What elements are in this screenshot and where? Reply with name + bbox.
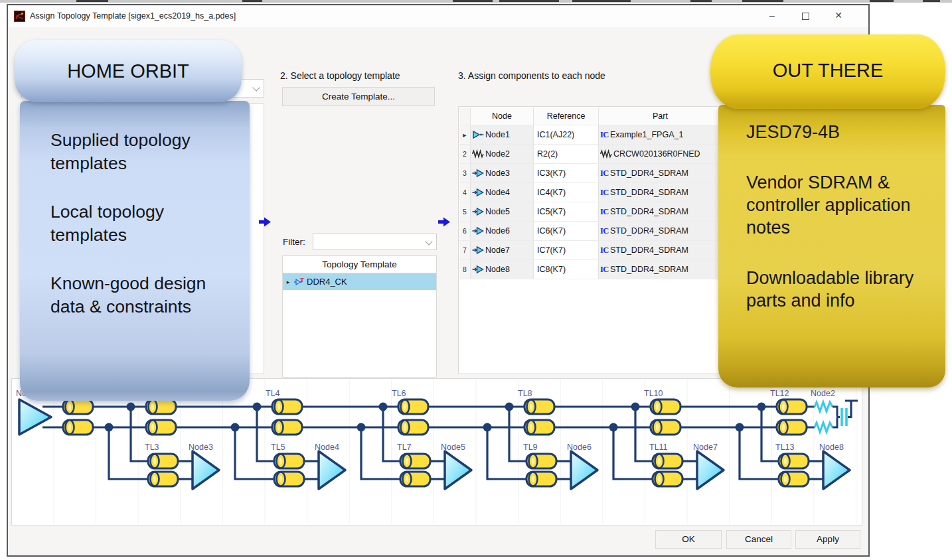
app-icon [14,11,25,22]
part-name: STD_DDR4_SDRAM [610,222,688,241]
background-artifact-strip [0,0,952,3]
component-row-node4[interactable]: 4Node4IC4(K7)ICSTD_DDR4_SDRAM [459,183,722,202]
junction-dot [379,403,388,411]
transmission-line-highlight [404,403,406,410]
schematic-label-node4: Node4 [315,443,339,452]
row-gutter: 7 [459,241,471,260]
out-there-scroll-body: JESD79-4BVendor SDRAM & controller appli… [718,105,945,387]
junction-dot [757,403,766,411]
home-orbit-scroll-title: HOME ORBIT [15,40,242,102]
transmission-line-highlight [151,424,154,431]
node-name: Node3 [485,164,510,183]
column-header-part[interactable]: Part [599,107,722,125]
node-cell: Node4 [471,183,534,202]
resistor-icon [472,149,484,159]
home-orbit-item: Supplied topology templates [50,129,228,175]
create-template-button[interactable]: Create Template... [282,87,435,106]
ic-chip-icon: IC [600,260,609,279]
apply-button[interactable]: Apply [795,530,860,549]
reference-cell: IC8(K7) [534,260,599,279]
stub-wire [131,407,148,461]
part-cell: ICSTD_DDR4_SDRAM [599,183,722,202]
junction-dot [357,423,366,432]
node-name: Node4 [485,183,510,202]
component-row-node1[interactable]: ▸Node1IC1(AJ22)ICExample1_FPGA_1 [459,125,722,145]
stub-wire [257,407,274,461]
minimize-button[interactable]: – [757,5,787,26]
component-row-node2[interactable]: 2Node2R2(2)CRCW020136R0FNED [459,145,722,164]
schematic-label-tl3: TL3 [145,443,159,452]
part-name: STD_DDR4_SDRAM [610,260,688,279]
junction-dot [736,423,744,432]
close-button[interactable]: ✕ [823,5,854,26]
node-cell: Node3 [471,164,534,183]
part-cell: ICSTD_DDR4_SDRAM [599,164,722,183]
transmission-line-highlight [782,424,785,431]
node-cell: Node5 [471,202,534,222]
part-cell: ICSTD_DDR4_SDRAM [599,241,722,260]
schematic-label-tl8: TL8 [518,389,532,398]
node-cell: Node6 [471,222,534,241]
transmission-line-highlight [656,424,659,431]
out-there-scroll-title: OUT THERE [710,35,945,109]
cancel-button[interactable]: Cancel [726,530,791,549]
row-gutter: 2 [459,145,471,164]
receiver-icon [472,169,484,178]
transmission-line-highlight [530,403,532,410]
receiver-buffer [823,451,850,489]
ok-button[interactable]: OK [655,530,722,549]
background-artifact [499,0,559,2]
component-row-node5[interactable]: 5Node5IC5(K7)ICSTD_DDR4_SDRAM [459,202,722,222]
part-name: STD_DDR4_SDRAM [610,241,688,260]
svg-text:T: T [300,277,304,283]
schematic-label-tl11: TL11 [649,443,668,452]
node-name: Node1 [485,125,510,145]
column-header-reference[interactable]: Reference [534,107,599,125]
part-name: Example1_FPGA_1 [610,125,683,145]
row-marker: ▸ [283,279,293,285]
transmission-line-highlight [278,403,280,410]
component-row-node3[interactable]: 3Node3IC3(K7)ICSTD_DDR4_SDRAM [459,164,722,183]
ic-chip-icon: IC [600,202,609,222]
chevron-down-icon [425,238,432,245]
background-artifact [242,0,262,2]
out-there-item: Vendor SDRAM & controller application no… [746,171,920,239]
filter-dropdown[interactable] [313,234,437,250]
schematic-label-node8: Node8 [819,443,844,452]
junction-dot [253,403,262,411]
transmission-line-highlight [782,403,785,410]
ic-chip-icon: IC [600,241,609,260]
topology-template-list: Topology Template ▸ T DDR4_CK [282,255,437,378]
template-row-ddr4-ck[interactable]: ▸ T DDR4_CK [283,273,436,290]
junction-dot [609,423,618,432]
ic-chip-icon: IC [600,125,609,145]
background-artifact [742,0,783,2]
home-orbit-scroll: Supplied topology templatesLocal topolog… [8,37,250,370]
page: { "window": { "title": "Assign Topology … [0,0,952,560]
part-name: STD_DDR4_SDRAM [610,183,688,202]
termination-resistor [815,402,833,411]
gutter-header [459,107,471,125]
transmission-line-highlight [406,458,408,464]
background-artifact [572,0,631,2]
component-row-node7[interactable]: 7Node7IC7(K7)ICSTD_DDR4_SDRAM [459,241,722,260]
maximize-button[interactable] [790,5,821,26]
receiver-icon [472,245,484,255]
home-orbit-item: Known-good design data & constraints [50,272,228,318]
stub-wire [509,407,526,461]
part-cell: ICSTD_DDR4_SDRAM [599,260,722,279]
schematic-label-tl13: TL13 [775,443,795,452]
row-gutter: 5 [459,202,471,222]
stub-wire [235,427,274,479]
junction-dot [105,423,114,432]
stub-wire [635,407,653,461]
transmission-line-highlight [404,424,406,431]
column-header-node[interactable]: Node [471,107,534,125]
part-cell: ICSTD_DDR4_SDRAM [599,222,722,241]
title-bar: Assign Topology Template [sigex1_ecs2019… [8,5,868,27]
component-row-node8[interactable]: 8Node8IC8(K7)ICSTD_DDR4_SDRAM [459,260,722,279]
termination-wire [833,407,840,427]
template-name: DDR4_CK [307,277,347,287]
row-gutter: 4 [459,183,471,202]
component-row-node6[interactable]: 6Node6IC6(K7)ICSTD_DDR4_SDRAM [459,222,722,241]
